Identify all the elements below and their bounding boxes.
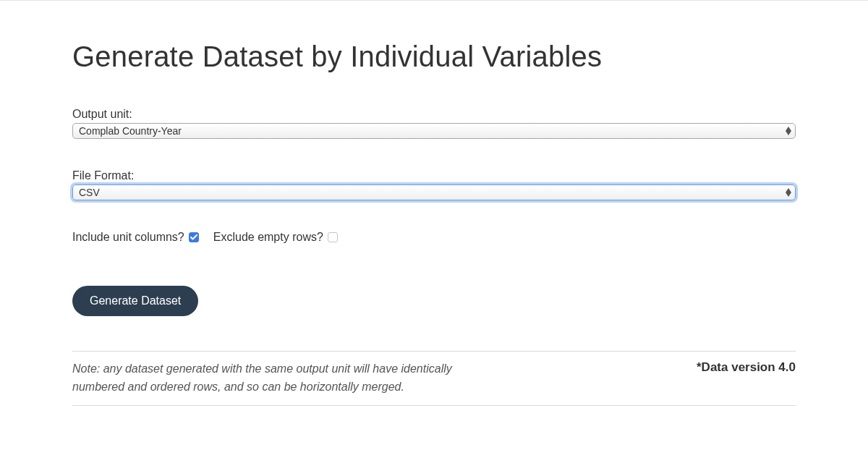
file-format-select[interactable]: CSV xyxy=(72,184,796,200)
output-unit-select-wrap: Complab Country-Year xyxy=(72,123,796,139)
exclude-empty-checkbox[interactable] xyxy=(328,232,338,242)
main-container: Generate Dataset by Individual Variables… xyxy=(0,1,868,406)
file-format-select-wrap: CSV xyxy=(72,184,796,200)
exclude-empty-label: Exclude empty rows? xyxy=(213,231,323,244)
output-unit-label: Output unit: xyxy=(72,108,796,121)
include-unit-label: Include unit columns? xyxy=(72,231,184,244)
page-title: Generate Dataset by Individual Variables xyxy=(72,41,796,73)
output-unit-group: Output unit: Complab Country-Year xyxy=(72,108,796,139)
output-unit-select[interactable]: Complab Country-Year xyxy=(72,123,796,139)
data-version: *Data version 4.0 xyxy=(697,360,796,375)
file-format-label: File Format: xyxy=(72,169,796,182)
generate-button[interactable]: Generate Dataset xyxy=(72,286,198,316)
footer-note: Note: any dataset generated with the sam… xyxy=(72,360,463,396)
divider xyxy=(72,351,796,352)
include-unit-group: Include unit columns? xyxy=(72,231,199,244)
footer-row: Note: any dataset generated with the sam… xyxy=(72,360,796,396)
exclude-empty-group: Exclude empty rows? xyxy=(213,231,338,244)
file-format-group: File Format: CSV xyxy=(72,169,796,200)
divider-bottom xyxy=(72,405,796,406)
include-unit-checkbox[interactable] xyxy=(189,232,199,242)
checkbox-row: Include unit columns? Exclude empty rows… xyxy=(72,231,796,244)
